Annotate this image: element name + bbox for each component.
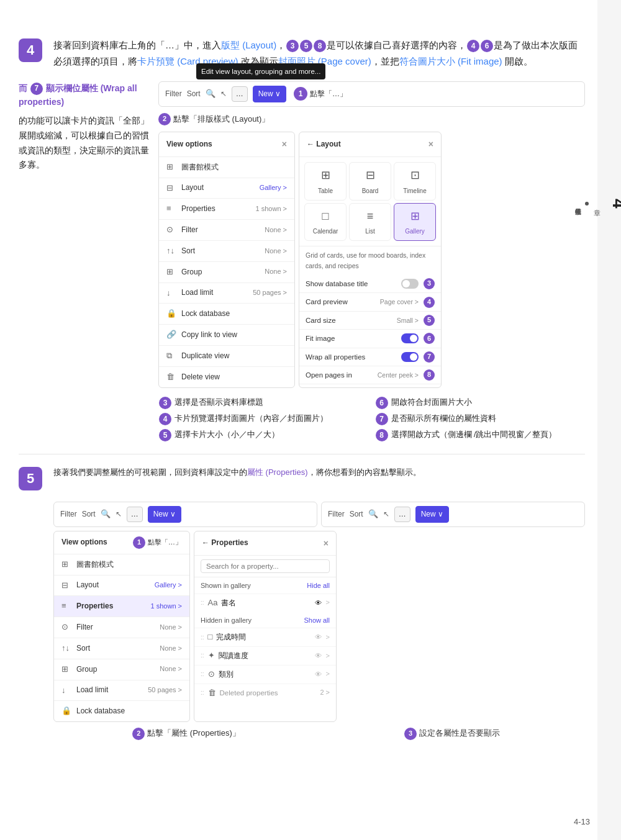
properties-row-2[interactable]: ≡ Properties 1 shown > [54, 596, 189, 617]
new-btn-2[interactable]: New ∨ [148, 506, 181, 523]
prop-deleted[interactable]: :: 🗑 Deleted properties 2 > [194, 684, 336, 702]
drag-handle-2: :: [201, 633, 204, 643]
copy-link-row[interactable]: 🔗 Copy link to view [159, 325, 294, 346]
ann-8: 8 選擇開啟方式（側邊欄 /跳出中間視窗／整頁） [375, 428, 586, 443]
layout-icon: ⊟ [166, 182, 176, 195]
section5-step3-area: 3 ❸ 設定各屬性是否要顯示 設定各屬性是否要顯示 [319, 727, 585, 743]
layout-row[interactable]: ⊟ Layout Gallery > [159, 178, 294, 199]
cursor-icon-2: ↖ [116, 508, 122, 520]
sort-icon-2: ↑↓ [61, 642, 71, 655]
wrap-toggle[interactable] [401, 352, 419, 362]
more-btn-3[interactable]: … [394, 507, 410, 522]
timeline-icon: ⊡ [410, 166, 420, 184]
group-row[interactable]: ⊞ Group None > [159, 262, 294, 283]
calendar-icon: □ [322, 207, 329, 225]
section-4-number: 4 [19, 38, 42, 62]
more-btn-2[interactable]: … [127, 507, 143, 522]
wrap-properties-row[interactable]: Wrap all properties 7 [299, 348, 441, 366]
view-options-panel: View options × ⊞ 圖書館模式 ⊟ Layout Gallery … [158, 132, 295, 387]
toolbar-mock-3: Filter Sort 🔍 ↖ … New ∨ [321, 502, 585, 527]
search-icon-3[interactable]: 🔍 [368, 508, 378, 521]
layout-close-btn[interactable]: × [428, 137, 433, 151]
layout-table[interactable]: ⊞ Table [304, 162, 347, 201]
hide-all-btn[interactable]: Hide all [307, 580, 330, 592]
load-limit-row[interactable]: ↓ Load limit 50 pages > [159, 283, 294, 304]
chapter-number: 4 [605, 199, 621, 209]
card-size-row[interactable]: Card size Small > 5 [299, 312, 441, 330]
step2-label: 2 點擊「排版樣式 (Layout)」 [158, 113, 585, 126]
section-5-desc: 接著我們要調整屬性的可視範圍，回到資料庫設定中的屬性 (Properties)，… [53, 466, 585, 480]
card-preview-row[interactable]: Card preview Page cover > 4 [299, 293, 441, 311]
sort-row[interactable]: ↑↓ Sort None > [159, 241, 294, 262]
filter-label-2[interactable]: Filter [60, 508, 77, 520]
layout-board[interactable]: ⊟ Board [349, 162, 391, 201]
hidden-section-header: Hidden in gallery Show all [194, 612, 336, 628]
two-panels: View options × ⊞ 圖書館模式 ⊟ Layout Gallery … [158, 132, 585, 387]
new-btn[interactable]: New ∨ [253, 86, 286, 102]
show-all-btn[interactable]: Show all [304, 615, 330, 626]
filter-value: None > [265, 225, 287, 236]
search-icon[interactable]: 🔍 [206, 88, 215, 101]
panel-close-btn[interactable]: × [282, 137, 287, 151]
search-icon-2[interactable]: 🔍 [101, 508, 111, 521]
search-property-input[interactable] [201, 559, 330, 573]
filter-icon-2: ⊙ [61, 621, 71, 634]
page-wrapper: 4 接著回到資料庫右上角的「…」中，進入版型 (Layout)，358是可以依據… [0, 0, 621, 840]
layout-gallery[interactable]: ⊞ Gallery [394, 203, 436, 242]
library-icon-2: ⊞ [61, 558, 71, 571]
group-icon: ⊞ [166, 266, 176, 279]
sort-label-3[interactable]: Sort [350, 508, 363, 520]
layout-panel-header: ← Layout × [299, 132, 441, 156]
fit-image-toggle[interactable] [401, 333, 419, 343]
sort-label[interactable]: Sort [187, 88, 201, 100]
props-close-btn[interactable]: × [324, 536, 329, 550]
layout-calendar[interactable]: □ Calendar [304, 203, 347, 242]
layout-list[interactable]: ≡ List [349, 203, 391, 242]
fit-image-row[interactable]: Fit image 6 [299, 330, 441, 348]
ann-6: 6 開啟符合封面圖片大小 [375, 395, 586, 410]
group-row-2[interactable]: ⊞ Group None > [54, 659, 189, 680]
delete-row[interactable]: 🗑 Delete view [159, 367, 294, 387]
lock-row[interactable]: 🔒 Lock database [159, 304, 294, 325]
step1-label: 1 ❶ 點擊「…」 點擊「…」 [291, 87, 347, 101]
link-icon: 🔗 [166, 328, 176, 341]
sort-row-2[interactable]: ↑↓ Sort None > [54, 638, 189, 659]
show-db-toggle[interactable] [401, 279, 419, 289]
wrap-properties-body: 的功能可以讓卡片的資訊「全部」展開或縮減，可以根據自己的習慣或資訊的類型，決定顯… [19, 114, 152, 173]
layout-row-2[interactable]: ⊟ Layout Gallery > [54, 576, 189, 597]
section-5-bottom-labels: 2 ❷ 點擊「屬性 (Properties)」 點擊「屬性 (Propertie… [53, 727, 585, 743]
prop-book-name[interactable]: :: Aa 書名 👁 > [194, 594, 336, 612]
prop-reading-progress[interactable]: :: ✦ 閱讀進度 👁 > [194, 646, 336, 665]
list-icon: ≡ [367, 207, 374, 225]
load-value: 50 pages > [253, 287, 287, 299]
properties-row[interactable]: ≡ Properties 1 shown > [159, 199, 294, 220]
open-pages-row[interactable]: Open pages in Center peek > 8 [299, 366, 441, 384]
view-options-header: View options × [159, 132, 294, 156]
properties-icon: ≡ [166, 202, 176, 215]
load-limit-row-2[interactable]: ↓ Load limit 50 pages > [54, 680, 189, 702]
prop-category[interactable]: :: ⊙ 類別 👁 > [194, 665, 336, 684]
layout-timeline[interactable]: ⊡ Timeline [394, 162, 436, 201]
section-5-text: 接著我們要調整屬性的可視範圍，回到資料庫設定中的屬性 (Properties)，… [53, 466, 585, 490]
section-5-panels: View options 1 點擊「…」 ⊞ 圖書館模式 ⊟ [53, 531, 585, 722]
props-panel-header: ← Properties × [194, 531, 336, 556]
more-btn[interactable]: … [232, 86, 248, 102]
filter-row-2[interactable]: ⊙ Filter None > [54, 617, 189, 638]
toolbar-mock-2: Filter Sort 🔍 ↖ … New ∨ [53, 502, 317, 527]
filter-row[interactable]: ⊙ Filter None > [159, 220, 294, 241]
filter-label[interactable]: Filter [165, 88, 182, 100]
show-db-title-row[interactable]: Show database title 3 [299, 275, 441, 293]
properties-icon-2: ≡ [61, 600, 71, 613]
new-btn-3[interactable]: New ∨ [415, 506, 449, 523]
filter-label-3[interactable]: Filter [328, 508, 345, 520]
duplicate-row[interactable]: ⧉ Duplicate view [159, 346, 294, 367]
sort-label-2[interactable]: Sort [82, 508, 96, 520]
section-5-number: 5 [19, 467, 42, 490]
section-5-block: 5 接著我們要調整屬性的可視範圍，回到資料庫設定中的屬性 (Properties… [19, 466, 585, 490]
prop-completion-time[interactable]: :: □ 完成時間 👁 > [194, 628, 336, 646]
section-4-mock-ui: Edit view layout, grouping and more... F… [158, 81, 585, 443]
lock-row-2[interactable]: 🔒 Lock database [54, 701, 189, 721]
view-options-panel-2: View options 1 點擊「…」 ⊞ 圖書館模式 ⊟ [53, 531, 190, 722]
drag-handle-5: :: [201, 688, 204, 698]
group-value: None > [265, 266, 287, 278]
